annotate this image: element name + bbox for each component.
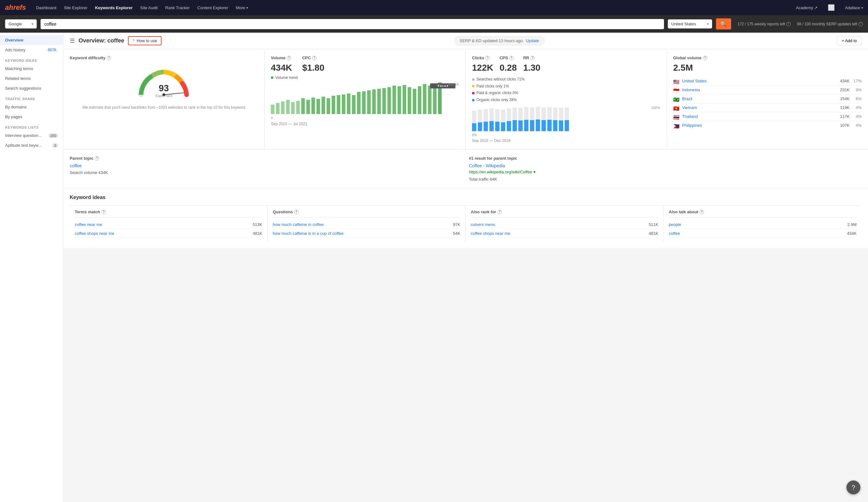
th-flag: 🇹🇭: [673, 114, 680, 119]
interview-badge: 200: [49, 133, 58, 138]
sidebar-item-matching-terms[interactable]: Matching terms: [0, 64, 63, 73]
parent-topic-help-icon[interactable]: ?: [95, 156, 99, 161]
svg-rect-33: [418, 86, 421, 114]
also-talk-row-1: coffee 434K: [669, 229, 857, 238]
volume-help-icon[interactable]: ?: [287, 56, 291, 60]
sidebar-item-interview-questions[interactable]: Interview question... 200: [0, 131, 63, 140]
id-name[interactable]: Indonesia: [682, 88, 835, 92]
country-list: 🇺🇸 United States 434K 17% 🇮🇩 Indonesia 2…: [673, 77, 862, 130]
clicks-title: Clicks ?: [472, 55, 493, 60]
monthly-help-icon[interactable]: ?: [858, 22, 863, 26]
nav-site-explorer[interactable]: Site Explorer: [64, 6, 87, 10]
ph-volume: 107K: [837, 123, 850, 128]
questions-row-0: how much caffeine in coffee 97K: [273, 220, 460, 229]
also-rank-help-icon[interactable]: ?: [497, 210, 502, 214]
questions-help-icon[interactable]: ?: [294, 210, 299, 214]
parent-topic-link[interactable]: coffee: [70, 163, 82, 168]
volume-date-range: Sep 2015 — Jul 2021: [271, 122, 459, 126]
sidebar-item-related-terms[interactable]: Related terms: [0, 73, 63, 83]
terms-match-help-icon[interactable]: ?: [101, 210, 106, 214]
logo[interactable]: ahrefs: [5, 3, 26, 12]
global-volume-help-icon[interactable]: ?: [703, 56, 707, 60]
also-talk-col: Also talk about ? people 2.9M coffee 434…: [664, 206, 862, 242]
th-pct: 4%: [852, 114, 862, 119]
cpc-help-icon[interactable]: ?: [312, 56, 317, 60]
us-name[interactable]: United States: [682, 79, 835, 83]
floating-help-button[interactable]: ?: [846, 480, 860, 494]
nav-keywords-explorer[interactable]: Keywords Explorer: [95, 6, 133, 10]
svg-rect-41: [472, 123, 476, 131]
nav-user[interactable]: Adaface: [845, 6, 863, 10]
svg-rect-6: [281, 101, 285, 114]
main-layout: Overview Ads history BETA Keyword ideas …: [0, 33, 868, 502]
page-title: Overview: coffee: [79, 38, 124, 44]
br-name[interactable]: Brazil: [682, 96, 835, 101]
country-select[interactable]: United States: [668, 19, 712, 29]
terms-match-link-0[interactable]: coffee near me: [75, 222, 248, 227]
also-rank-link-0[interactable]: culvers menu: [471, 222, 644, 227]
also-talk-link-0[interactable]: people: [669, 222, 843, 227]
search-button[interactable]: 🔍: [716, 18, 731, 30]
monthly-reports: 98 / 100 monthly SERP updates left ?: [797, 22, 863, 26]
terms-match-link-1[interactable]: coffee shops near me: [75, 231, 248, 236]
nav-content-explorer[interactable]: Content Explorer: [197, 6, 228, 10]
vn-name[interactable]: Vietnam: [682, 105, 835, 110]
ph-pct: 4%: [852, 123, 862, 128]
th-name[interactable]: Thailand: [682, 114, 835, 119]
sidebar-item-by-pages[interactable]: By pages: [0, 112, 63, 122]
search-input[interactable]: [41, 19, 664, 29]
nav-more[interactable]: More: [236, 6, 248, 10]
rr-title: RR ?: [523, 55, 540, 60]
sidebar-item-aptitude-test[interactable]: Aptitude test keyw... 3: [0, 140, 63, 150]
also-rank-link-1[interactable]: coffee shops near me: [471, 231, 644, 236]
svg-rect-15: [327, 98, 330, 114]
sidebar-item-overview[interactable]: Overview: [0, 35, 63, 45]
also-talk-row-0: people 2.9M: [669, 220, 857, 229]
us-pct: 17%: [852, 79, 862, 83]
clicks-chart-container: 100%: [472, 106, 660, 137]
svg-rect-49: [495, 122, 499, 131]
no-clicks-dot: [472, 78, 475, 81]
rr-help-icon[interactable]: ?: [530, 56, 535, 60]
sidebar-item-search-suggestions[interactable]: Search suggestions: [0, 83, 63, 93]
svg-rect-61: [530, 120, 535, 131]
sidebar-item-ads-history[interactable]: Ads history BETA: [0, 45, 63, 55]
question-icon: ?: [132, 38, 135, 43]
difficulty-help-icon[interactable]: ?: [107, 56, 111, 60]
cps-help-icon[interactable]: ?: [509, 56, 514, 60]
monitor-icon[interactable]: ⬜: [828, 4, 835, 11]
clicks-help-icon[interactable]: ?: [485, 56, 490, 60]
ideas-grid: Terms match ? coffee near me 513K coffee…: [70, 205, 862, 242]
country-item-id: 🇮🇩 Indonesia 231K 9%: [673, 85, 862, 94]
nav-rank-tracker[interactable]: Rank Tracker: [165, 6, 190, 10]
nav-dashboard[interactable]: Dashboard: [36, 6, 56, 10]
weekly-help-icon[interactable]: ?: [786, 22, 791, 26]
result-url[interactable]: https://en.wikipedia.org/wiki/Coffee ▾: [469, 170, 862, 174]
how-to-use-button[interactable]: ? How to use: [128, 36, 162, 45]
chart-max-label: 489.1K: [448, 82, 459, 86]
result-title-link[interactable]: Coffee - Wikipedia: [469, 163, 862, 168]
nav-academy[interactable]: Academy ↗: [796, 6, 818, 10]
questions-link-0[interactable]: how much caffeine in coffee: [273, 222, 446, 227]
update-link[interactable]: Update: [526, 38, 539, 43]
us-flag: 🇺🇸: [673, 79, 680, 83]
global-volume-card: Global volume ? 2.5M 🇺🇸 United States 43…: [667, 49, 868, 149]
nav-site-audit[interactable]: Site Audit: [140, 6, 158, 10]
hamburger-icon[interactable]: ☰: [70, 38, 75, 44]
also-talk-link-1[interactable]: coffee: [669, 231, 843, 236]
engine-select[interactable]: Google: [5, 19, 37, 29]
svg-rect-23: [367, 90, 371, 114]
add-to-button[interactable]: + Add to: [837, 36, 862, 45]
svg-rect-29: [397, 86, 401, 114]
volume-trend: Volume trend: [271, 75, 459, 80]
questions-link-1[interactable]: how much caffeine is in a cup of coffee: [273, 231, 446, 236]
ph-name[interactable]: Philippines: [682, 123, 835, 128]
sidebar-item-by-domains[interactable]: By domains: [0, 102, 63, 112]
svg-rect-18: [342, 94, 345, 114]
svg-rect-21: [357, 92, 361, 114]
update-status: SERP & KD updated 13 hours ago. Update: [165, 36, 833, 45]
terms-match-vol-1: 481K: [248, 231, 262, 236]
svg-rect-13: [317, 99, 320, 114]
also-talk-help-icon[interactable]: ?: [700, 210, 704, 214]
svg-rect-73: [565, 120, 569, 131]
